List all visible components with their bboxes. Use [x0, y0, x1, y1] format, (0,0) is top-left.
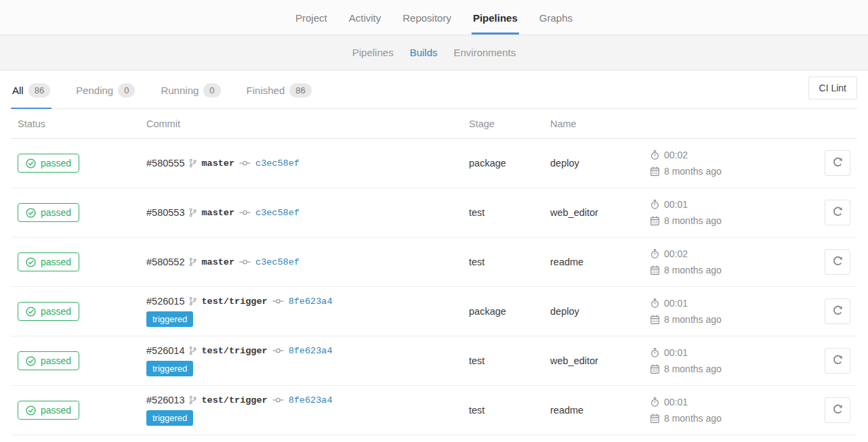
stage-cell: test	[469, 405, 484, 416]
status-label: passed	[41, 207, 71, 218]
build-id-link[interactable]: #580555	[146, 158, 184, 169]
nav-item-project[interactable]: Project	[294, 12, 329, 35]
stopwatch-icon	[650, 249, 659, 259]
retry-button[interactable]	[825, 299, 850, 324]
commit-icon	[272, 347, 284, 354]
stopwatch-icon	[650, 299, 659, 308]
nav-item-repository[interactable]: Repository	[401, 12, 453, 35]
build-id-link[interactable]: #580552	[146, 257, 184, 267]
duration-text: 00:01	[664, 298, 688, 309]
build-name-cell: deploy	[550, 306, 579, 317]
commit-sha-link[interactable]: c3ec58ef	[255, 158, 299, 169]
retry-button[interactable]	[825, 249, 850, 275]
duration-text: 00:02	[664, 150, 688, 160]
subnav-item-pipelines[interactable]: Pipelines	[352, 47, 394, 58]
commit-icon	[239, 259, 251, 265]
branch-link[interactable]: master	[201, 158, 234, 169]
tab-count-badge: 86	[28, 83, 50, 97]
time-ago-text: 8 months ago	[664, 166, 722, 177]
stage-cell: test	[469, 207, 484, 218]
check-circle-icon	[26, 158, 36, 169]
status-badge[interactable]: passed	[18, 401, 79, 420]
commit-sha-link[interactable]: 8fe623a4	[289, 346, 333, 356]
triggered-label: triggered	[146, 361, 193, 376]
retry-button[interactable]	[825, 397, 850, 423]
tab-running[interactable]: Running 0	[159, 83, 222, 109]
retry-button[interactable]	[825, 348, 850, 374]
build-name-cell: web_editor	[550, 207, 598, 218]
status-badge[interactable]: passed	[18, 203, 79, 222]
calendar-icon	[650, 216, 659, 225]
stage-cell: test	[469, 355, 484, 366]
status-label: passed	[41, 355, 71, 366]
git-branch-icon	[189, 158, 197, 168]
tab-count-badge: 86	[289, 83, 311, 97]
tab-pending[interactable]: Pending 0	[75, 83, 136, 109]
check-circle-icon	[26, 307, 36, 317]
nav-item-graphs[interactable]: Graphs	[538, 12, 574, 35]
retry-icon	[832, 305, 844, 318]
commit-icon	[272, 397, 284, 403]
status-badge[interactable]: passed	[18, 154, 79, 173]
build-name-cell: web_editor	[550, 355, 598, 366]
header-status: Status	[11, 109, 140, 139]
branch-link[interactable]: test/trigger	[201, 296, 267, 307]
time-ago-text: 8 months ago	[664, 363, 722, 374]
tab-label: Running	[161, 85, 199, 96]
build-id-link[interactable]: #580553	[146, 207, 184, 218]
header-name: Name	[543, 109, 644, 139]
duration-text: 00:01	[664, 199, 688, 210]
stopwatch-icon	[650, 150, 659, 160]
git-branch-icon	[189, 296, 197, 306]
branch-link[interactable]: test/trigger	[201, 346, 267, 356]
build-id-link[interactable]: #526013	[146, 395, 184, 405]
header-commit: Commit	[140, 109, 462, 139]
branch-link[interactable]: master	[201, 208, 234, 218]
retry-button[interactable]	[825, 200, 850, 225]
calendar-icon	[650, 364, 659, 374]
build-scope-tabs: All 86 Pending 0 Running 0 Finished 86 C…	[11, 70, 857, 109]
git-branch-icon	[189, 208, 197, 217]
tab-all[interactable]: All 86	[11, 83, 51, 109]
commit-sha-link[interactable]: c3ec58ef	[255, 208, 299, 218]
builds-page: All 86 Pending 0 Running 0 Finished 86 C…	[0, 70, 868, 435]
branch-link[interactable]: master	[201, 257, 234, 267]
duration-text: 00:01	[664, 347, 688, 358]
calendar-icon	[650, 414, 659, 423]
nav-item-activity[interactable]: Activity	[348, 12, 383, 35]
commit-sha-link[interactable]: 8fe623a4	[289, 296, 333, 307]
tab-count-badge: 0	[118, 83, 135, 97]
status-badge[interactable]: passed	[18, 351, 79, 370]
time-ago-text: 8 months ago	[664, 413, 722, 424]
time-ago-text: 8 months ago	[664, 215, 722, 226]
build-id-link[interactable]: #526015	[146, 296, 184, 307]
tab-count-badge: 0	[203, 83, 220, 97]
status-badge[interactable]: passed	[18, 252, 79, 271]
status-badge[interactable]: passed	[18, 302, 79, 321]
time-ago-text: 8 months ago	[664, 265, 722, 275]
stopwatch-icon	[650, 200, 659, 209]
duration-text: 00:01	[664, 397, 688, 407]
commit-sha-link[interactable]: c3ec58ef	[255, 257, 299, 267]
ci-lint-button[interactable]: CI Lint	[808, 76, 857, 100]
header-actions	[813, 109, 857, 139]
tab-finished[interactable]: Finished 86	[245, 83, 313, 109]
retry-button[interactable]	[825, 150, 850, 176]
calendar-icon	[650, 265, 659, 275]
status-label: passed	[41, 158, 71, 169]
build-row: passed #580553 master	[11, 188, 857, 238]
project-nav: Project Activity Repository Pipelines Gr…	[0, 0, 868, 35]
subnav-item-environments[interactable]: Environments	[454, 47, 516, 58]
calendar-icon	[650, 315, 659, 324]
nav-item-pipelines[interactable]: Pipelines	[472, 12, 519, 35]
commit-sha-link[interactable]: 8fe623a4	[289, 395, 333, 405]
subnav-item-builds[interactable]: Builds	[410, 47, 438, 58]
header-timing	[644, 109, 813, 139]
build-id-link[interactable]: #526014	[146, 345, 184, 356]
commit-icon	[239, 209, 251, 216]
triggered-label: triggered	[146, 410, 193, 426]
triggered-label: triggered	[146, 311, 193, 327]
builds-table: Status Commit Stage Name passed	[11, 109, 857, 435]
build-name-cell: deploy	[550, 158, 579, 169]
branch-link[interactable]: test/trigger	[201, 395, 267, 405]
